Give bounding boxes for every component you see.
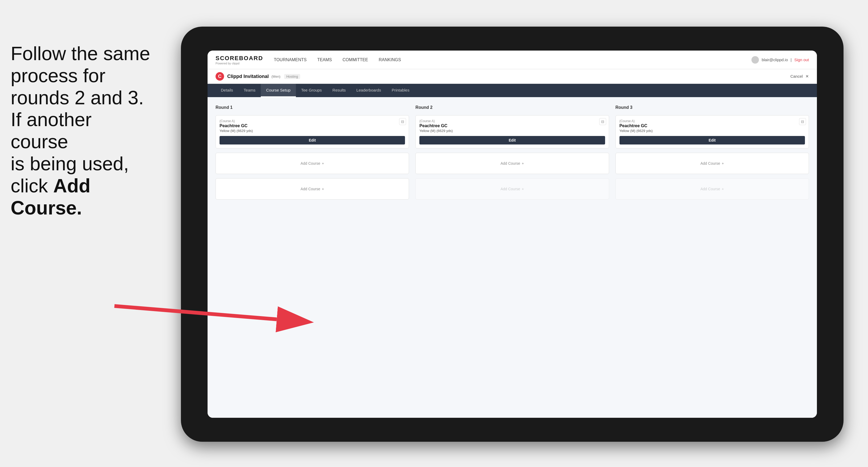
hosting-badge: Hosting <box>284 74 300 79</box>
tab-details[interactable]: Details <box>216 84 239 97</box>
round-2-course-label: (Course A) <box>420 119 605 123</box>
round-1-add-course-label-1: Add Course + <box>301 161 324 165</box>
round-1-course-card: ⊟ (Course A) Peachtree GC Yellow (M) (66… <box>216 115 409 149</box>
round-1-course-label: (Course A) <box>220 119 405 123</box>
round-3-add-course-2: Add Course + <box>616 178 809 199</box>
round-3-add-course-label-1: Add Course + <box>700 161 724 165</box>
round-1-course-details: Yellow (M) (6629 yds) <box>220 129 405 133</box>
round-3-delete-button[interactable]: ⊟ <box>799 118 806 125</box>
round-2-course-name: Peachtree GC <box>420 123 605 128</box>
round-3-course-label: (Course A) <box>619 119 805 123</box>
round-2-delete-button[interactable]: ⊟ <box>599 118 606 125</box>
sign-out-link[interactable]: Sign out <box>794 58 809 62</box>
round-2-add-course-label-2: Add Course + <box>500 187 524 191</box>
nav-teams[interactable]: TEAMS <box>317 56 332 64</box>
nav-items: TOURNAMENTS TEAMS COMMITTEE RANKINGS <box>274 56 752 64</box>
add-course-plus-icon-5: + <box>722 161 724 165</box>
nav-tournaments[interactable]: TOURNAMENTS <box>274 56 307 64</box>
tabs-bar: Details Teams Course Setup Tee Groups Re… <box>208 84 817 97</box>
user-avatar <box>751 56 759 64</box>
top-nav: SCOREBOARD Powered by clippd TOURNAMENTS… <box>208 51 817 69</box>
tab-printables[interactable]: Printables <box>386 84 415 97</box>
round-2-column: Round 2 ⊟ (Course A) Peachtree GC Yellow… <box>415 105 609 199</box>
round-2-header: Round 2 <box>415 105 609 110</box>
tournament-name: Clippd Invitational <box>227 74 269 79</box>
sub-header: C Clippd Invitational (Men) Hosting Canc… <box>208 69 817 84</box>
scoreboard-logo: SCOREBOARD Powered by clippd <box>216 55 263 65</box>
tablet-screen: SCOREBOARD Powered by clippd TOURNAMENTS… <box>208 51 817 418</box>
cancel-button[interactable]: Cancel ✕ <box>790 74 809 79</box>
round-3-add-course-1[interactable]: Add Course + <box>616 153 809 174</box>
round-2-course-card: ⊟ (Course A) Peachtree GC Yellow (M) (66… <box>415 115 609 149</box>
round-1-header: Round 1 <box>216 105 409 110</box>
instruction-text: Follow the same process for rounds 2 and… <box>0 42 165 219</box>
round-2-add-course-2: Add Course + <box>415 178 609 199</box>
round-1-add-course-2[interactable]: Add Course + <box>216 178 409 199</box>
round-3-edit-button[interactable]: Edit <box>619 136 805 145</box>
nav-committee[interactable]: COMMITTEE <box>342 56 368 64</box>
tournament-logo: C <box>216 72 224 81</box>
round-2-edit-button[interactable]: Edit <box>420 136 605 145</box>
round-3-column: Round 3 ⊟ (Course A) Peachtree GC Yellow… <box>616 105 809 199</box>
round-3-course-details: Yellow (M) (6629 yds) <box>619 129 805 133</box>
round-1-delete-button[interactable]: ⊟ <box>399 118 406 125</box>
nav-separator: | <box>790 58 792 62</box>
nav-rankings[interactable]: RANKINGS <box>379 56 401 64</box>
round-1-column: Round 1 ⊟ (Course A) Peachtree GC Yellow… <box>216 105 409 199</box>
round-2-add-course-label-1: Add Course + <box>500 161 524 165</box>
tab-teams[interactable]: Teams <box>239 84 261 97</box>
add-course-plus-icon-4: + <box>522 187 524 191</box>
round-3-header: Round 3 <box>616 105 809 110</box>
user-email: blair@clippd.io <box>762 58 788 62</box>
nav-right: blair@clippd.io | Sign out <box>751 56 809 64</box>
add-course-plus-icon-3: + <box>522 161 524 165</box>
tab-tee-groups[interactable]: Tee Groups <box>296 84 327 97</box>
main-content: Round 1 ⊟ (Course A) Peachtree GC Yellow… <box>208 97 817 418</box>
logo-subtitle: Powered by clippd <box>216 62 263 65</box>
round-1-edit-button[interactable]: Edit <box>220 136 405 145</box>
tablet-device: SCOREBOARD Powered by clippd TOURNAMENTS… <box>181 27 843 442</box>
tab-leaderboards[interactable]: Leaderboards <box>351 84 386 97</box>
round-1-course-name: Peachtree GC <box>220 123 405 128</box>
rounds-grid: Round 1 ⊟ (Course A) Peachtree GC Yellow… <box>216 105 809 199</box>
tab-results[interactable]: Results <box>327 84 351 97</box>
add-course-plus-icon-1: + <box>322 161 324 165</box>
round-2-course-details: Yellow (M) (6629 yds) <box>420 129 605 133</box>
add-course-plus-icon-6: + <box>722 187 724 191</box>
round-3-course-card: ⊟ (Course A) Peachtree GC Yellow (M) (66… <box>616 115 809 149</box>
round-2-add-course-1[interactable]: Add Course + <box>415 153 609 174</box>
round-3-add-course-label-2: Add Course + <box>700 187 724 191</box>
cancel-icon: ✕ <box>805 74 809 79</box>
logo-title: SCOREBOARD <box>216 55 263 62</box>
round-1-add-course-label-2: Add Course + <box>301 187 324 191</box>
round-1-add-course-1[interactable]: Add Course + <box>216 153 409 174</box>
tournament-gender: (Men) <box>271 74 280 79</box>
round-3-course-name: Peachtree GC <box>619 123 805 128</box>
add-course-plus-icon-2: + <box>322 187 324 191</box>
tab-course-setup[interactable]: Course Setup <box>261 84 296 97</box>
